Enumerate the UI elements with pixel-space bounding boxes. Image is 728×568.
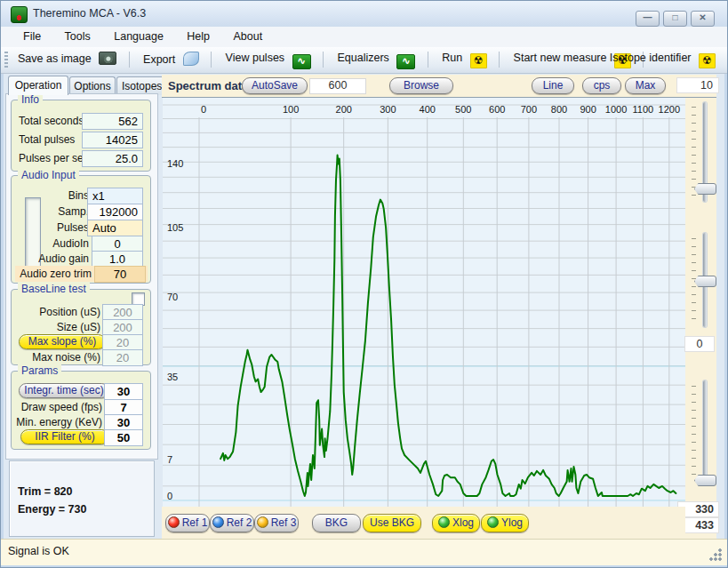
samp-field[interactable]: 192000 bbox=[87, 204, 143, 220]
svg-text:100: 100 bbox=[283, 104, 299, 115]
samp-label: Samp. bbox=[58, 205, 89, 218]
energy-trim-slider[interactable] bbox=[703, 380, 707, 485]
app-window: Theremino MCA - V6.3 — □ ✕ File Tools La… bbox=[0, 0, 728, 568]
svg-text:1100: 1100 bbox=[633, 104, 654, 115]
mid-slider-value-field[interactable]: 0 bbox=[684, 336, 715, 352]
baseline-row: Position (uS) 200 bbox=[17, 304, 145, 320]
bins-label: Bins bbox=[68, 189, 89, 202]
max-button[interactable]: Max bbox=[625, 77, 666, 94]
isotope-identifier-label: Isotope identifier bbox=[610, 52, 692, 64]
menu-language[interactable]: Language bbox=[104, 27, 173, 43]
bkg-button[interactable]: BKG bbox=[312, 514, 361, 532]
audio-row: Samp. 192000 bbox=[17, 204, 145, 220]
audio-row: Pulses Auto bbox=[17, 220, 145, 236]
save-as-image-button[interactable]: Save as image bbox=[15, 51, 119, 66]
use-bkg-button[interactable]: Use BKG bbox=[363, 514, 421, 532]
audio-row: Bins x1 bbox=[17, 188, 145, 204]
app-icon bbox=[11, 6, 28, 23]
ref2-button[interactable]: Ref 2 bbox=[210, 514, 254, 532]
maximize-button[interactable]: □ bbox=[663, 11, 687, 27]
energy-readout: Energy = 730 bbox=[18, 503, 154, 516]
xlog-label: Xlog bbox=[452, 516, 474, 529]
toolbar-separator bbox=[323, 52, 324, 68]
integr-time-button[interactable]: Integr. time (sec) bbox=[19, 383, 109, 398]
menu-about[interactable]: About bbox=[224, 27, 273, 43]
max-slope-button[interactable]: Max slope (%) bbox=[19, 334, 106, 349]
baseline-row: Max slope (%) 20 bbox=[17, 334, 145, 350]
run-button[interactable]: Run ☢ bbox=[439, 51, 489, 69]
menu-help[interactable]: Help bbox=[177, 27, 220, 43]
max-noise-label: Max noise (%) bbox=[32, 351, 100, 364]
tab-options[interactable]: Options bbox=[69, 76, 116, 95]
iir-filter-button[interactable]: IIR Filter (%) bbox=[20, 429, 109, 444]
slider-ticks bbox=[692, 107, 696, 196]
size-us-label: Size (uS) bbox=[57, 321, 100, 333]
resize-grip-icon[interactable] bbox=[709, 548, 722, 561]
info-row: Total pulses 14025 bbox=[17, 132, 145, 148]
params-group: Params Integr. time (sec) 30 Draw speed … bbox=[11, 371, 151, 450]
toolbar-separator bbox=[428, 52, 428, 68]
spectrum-data-label: Spectrum data bbox=[168, 79, 248, 92]
baseline-slider-thumb[interactable] bbox=[694, 276, 716, 287]
menu-bar: File Tools Language Help About bbox=[1, 27, 727, 48]
ref1-label: Ref 1 bbox=[182, 516, 208, 529]
params-group-title: Params bbox=[18, 364, 61, 377]
close-button[interactable]: ✕ bbox=[691, 11, 715, 27]
svg-text:35: 35 bbox=[167, 372, 178, 382]
y-max-field[interactable]: 10 bbox=[676, 77, 719, 93]
total-seconds-field[interactable]: 562 bbox=[82, 113, 143, 130]
ylog-button[interactable]: Ylog bbox=[481, 514, 529, 532]
status-text: Signal is OK bbox=[8, 545, 69, 557]
svg-text:200: 200 bbox=[336, 104, 352, 115]
integr-time-field[interactable]: 30 bbox=[104, 383, 143, 400]
spectrum-chart[interactable]: 0100200300400500600700800900100011001200… bbox=[163, 98, 685, 507]
pulses-mode-field[interactable]: Auto bbox=[87, 220, 143, 236]
title-bar[interactable]: Theremino MCA - V6.3 — □ ✕ bbox=[1, 1, 727, 28]
audio-zero-trim-field[interactable]: 70 bbox=[94, 266, 146, 283]
minimize-button[interactable]: — bbox=[636, 11, 660, 27]
equalizer-icon: ∿ bbox=[396, 54, 415, 69]
cps-button[interactable]: cps bbox=[582, 77, 621, 94]
xlog-button[interactable]: Xlog bbox=[432, 514, 480, 532]
tab-operation[interactable]: Operation bbox=[8, 76, 68, 95]
bottom-button-bar: Ref 1 Ref 2 Ref 3 BKG Use BKG Xlog Ylog bbox=[162, 507, 685, 540]
bins-field[interactable]: x1 bbox=[87, 188, 143, 204]
energy-trim-slider-thumb[interactable] bbox=[694, 475, 716, 486]
svg-text:300: 300 bbox=[380, 104, 396, 115]
audio-input-group: Audio Input Bins x1 Samp. 192000 Pulses … bbox=[11, 175, 151, 284]
pulses-mode-label: Pulses bbox=[57, 221, 89, 234]
line-button[interactable]: Line bbox=[532, 77, 574, 94]
iir-filter-field[interactable]: 50 bbox=[104, 429, 143, 446]
svg-text:400: 400 bbox=[420, 104, 436, 115]
right-slider-panel bbox=[685, 98, 716, 540]
equalizers-button[interactable]: Equalizers ∿ bbox=[334, 51, 418, 70]
position-us-label: Position (uS) bbox=[39, 306, 100, 318]
trim-readout: Trim = 820 bbox=[18, 485, 154, 498]
info-group: Info Total seconds 562 Total pulses 1402… bbox=[11, 100, 151, 172]
pulses-per-sec-field[interactable]: 25.0 bbox=[82, 150, 143, 167]
save-as-image-label: Save as image bbox=[18, 52, 92, 65]
draw-speed-label: Draw speed (fps) bbox=[21, 401, 102, 413]
y-zoom-slider-thumb[interactable] bbox=[694, 183, 716, 195]
max-noise-field[interactable]: 20 bbox=[102, 349, 143, 366]
view-pulses-button[interactable]: View pulses ∿ bbox=[223, 51, 314, 70]
spectrum-seconds-field[interactable]: 600 bbox=[309, 78, 366, 94]
export-button[interactable]: Export bbox=[140, 51, 202, 67]
autosave-button[interactable]: AutoSave bbox=[242, 77, 308, 94]
params-row: Integr. time (sec) 30 bbox=[17, 383, 145, 399]
spectrum-header: Spectrum data AutoSave 600 Browse Line c… bbox=[162, 75, 716, 98]
svg-text:0: 0 bbox=[201, 104, 206, 115]
toolbar-grip-icon[interactable] bbox=[4, 52, 8, 68]
menu-tools[interactable]: Tools bbox=[55, 27, 100, 43]
svg-text:700: 700 bbox=[521, 104, 537, 115]
menu-file[interactable]: File bbox=[13, 27, 51, 43]
ref1-button[interactable]: Ref 1 bbox=[165, 514, 210, 532]
browse-button[interactable]: Browse bbox=[389, 77, 453, 94]
isotope-identifier-button[interactable]: Isotope identifier ☢ bbox=[607, 51, 718, 69]
total-pulses-field[interactable]: 14025 bbox=[82, 132, 143, 148]
ref3-button[interactable]: Ref 3 bbox=[254, 514, 299, 532]
tab-isotopes[interactable]: Isotopes bbox=[116, 76, 167, 95]
baseline-row: Max noise (%) 20 bbox=[17, 349, 145, 365]
svg-text:7: 7 bbox=[167, 454, 172, 465]
audio-row: AudioIn 0 bbox=[17, 236, 145, 252]
